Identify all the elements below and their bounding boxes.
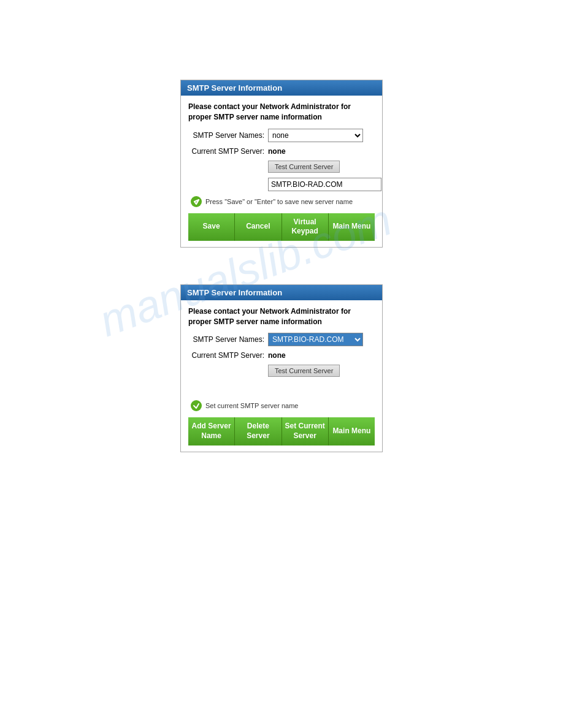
cancel-button[interactable]: Cancel <box>235 213 282 241</box>
svg-point-0 <box>191 196 202 207</box>
server-names-dropdown-wrapper-1: none <box>268 129 363 142</box>
add-server-button[interactable]: Add ServerName <box>188 417 235 445</box>
server-names-select-2[interactable]: SMTP.BIO-RAD.COM <box>268 333 363 346</box>
current-server-label-2: Current SMTP Server: <box>188 351 268 360</box>
smtp-panel-2: SMTP Server Information Please contact y… <box>180 284 383 452</box>
panel-body-1: Please contact your Network Administrato… <box>181 96 382 247</box>
hint-text-2: Set current SMTP server name <box>205 402 298 409</box>
server-names-row-1: SMTP Server Names: none <box>188 129 375 142</box>
current-server-value-1: none <box>268 147 286 156</box>
test-current-server-button-2[interactable]: Test Current Server <box>268 365 340 377</box>
current-server-row-1: Current SMTP Server: none <box>188 147 375 156</box>
main-menu-button-1[interactable]: Main Menu <box>329 213 375 241</box>
hint-row-1: Press "Save" or "Enter" to save new serv… <box>191 196 375 207</box>
test-current-server-button-1[interactable]: Test Current Server <box>268 161 340 173</box>
server-names-row-2: SMTP Server Names: SMTP.BIO-RAD.COM <box>188 333 375 346</box>
button-bar-1: Save Cancel VirtualKeypad Main Menu <box>188 213 375 241</box>
panel-body-2: Please contact your Network Administrato… <box>181 300 382 452</box>
hint-icon-2 <box>191 400 202 411</box>
page-container: SMTP Server Information Please contact y… <box>0 0 563 452</box>
server-names-dropdown-wrapper-2: SMTP.BIO-RAD.COM <box>268 333 363 346</box>
current-server-label-1: Current SMTP Server: <box>188 147 268 156</box>
server-names-label-1: SMTP Server Names: <box>188 131 268 140</box>
set-current-button[interactable]: Set CurrentServer <box>282 417 329 445</box>
panel-header-2: SMTP Server Information <box>181 285 382 300</box>
virtual-keypad-button[interactable]: VirtualKeypad <box>282 213 329 241</box>
delete-server-button[interactable]: DeleteServer <box>235 417 282 445</box>
svg-point-2 <box>191 400 202 411</box>
save-button[interactable]: Save <box>188 213 235 241</box>
hint-text-1: Press "Save" or "Enter" to save new serv… <box>205 198 353 205</box>
server-name-input-1[interactable] <box>268 178 381 191</box>
hint-row-2: Set current SMTP server name <box>191 400 375 411</box>
main-menu-button-2[interactable]: Main Menu <box>329 417 375 445</box>
current-server-row-2: Current SMTP Server: none <box>188 351 375 360</box>
panel-description-2: Please contact your Network Administrato… <box>188 306 375 327</box>
current-server-value-2: none <box>268 351 286 360</box>
server-names-select-1[interactable]: none <box>268 129 363 142</box>
server-names-label-2: SMTP Server Names: <box>188 335 268 344</box>
panel-header-1: SMTP Server Information <box>181 80 382 96</box>
smtp-panel-1: SMTP Server Information Please contact y… <box>180 80 383 248</box>
panel-description-1: Please contact your Network Administrato… <box>188 102 375 123</box>
button-bar-2: Add ServerName DeleteServer Set CurrentS… <box>188 417 375 445</box>
hint-icon-1 <box>191 196 202 207</box>
